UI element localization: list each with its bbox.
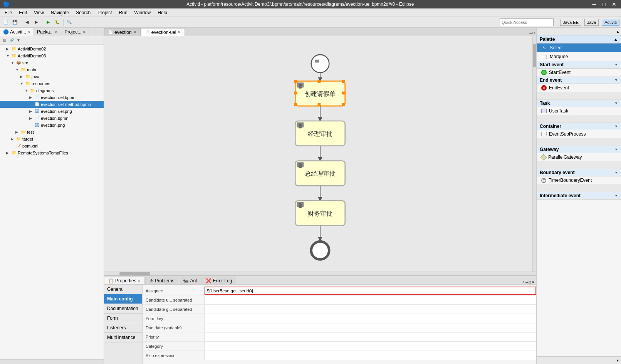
tree-item-selected[interactable]: 📄 evection-uel-method.bpmn	[0, 101, 104, 108]
diagram-vscrollbar[interactable]	[532, 36, 536, 275]
tree-item[interactable]: 📝 pom.xml	[0, 143, 104, 149]
props-value-assignee[interactable]	[204, 287, 536, 295]
view-menu-icon[interactable]: ▼	[15, 37, 22, 44]
close-button[interactable]: ✕	[610, 1, 618, 7]
category-input[interactable]	[205, 342, 536, 351]
palette-section-gateway[interactable]: Gateway ▼	[537, 146, 621, 153]
open-editor-button[interactable]: ↗	[522, 280, 525, 284]
tree-item[interactable]: ▼ 📁 ActivitiDemo03	[0, 52, 104, 59]
props-value-category[interactable]	[204, 342, 536, 351]
maximize-editor-button[interactable]: □	[533, 31, 535, 35]
palette-item-select[interactable]: ↖ Select	[537, 44, 621, 52]
menu-edit[interactable]: Edit	[16, 9, 30, 16]
props-value-candidate-g[interactable]	[204, 305, 536, 314]
editor-tab-evection-uel[interactable]: 📄 evection-uel ✕	[141, 28, 185, 36]
menu-window[interactable]: Window	[131, 9, 154, 16]
editor-tab-evection-close[interactable]: ✕	[133, 30, 136, 34]
diagram-canvas[interactable]: 创建请假单 经理审批 总经理审批 财务审批	[104, 36, 536, 275]
left-tab-package-close[interactable]: ✕	[55, 30, 58, 34]
tree-item[interactable]: ▼ 📁 resources	[0, 80, 104, 87]
menu-help[interactable]: Help	[154, 9, 170, 16]
palette-section-start-event[interactable]: Start event ▼	[537, 61, 621, 69]
tree-item[interactable]: ▶ 📁 target	[0, 136, 104, 143]
props-tab-general[interactable]: General	[104, 285, 142, 294]
perspective-activiti[interactable]: Activiti	[602, 19, 619, 26]
palette-item-parallelgateway[interactable]: ParallelGateway	[537, 153, 621, 161]
bottom-tab-properties[interactable]: 📋 Properties ✕	[104, 277, 145, 284]
tree-item[interactable]: ▼ 📦 src	[0, 59, 104, 66]
props-value-form-key[interactable]	[204, 314, 536, 323]
menu-search[interactable]: Search	[73, 9, 94, 16]
menu-project[interactable]: Project	[94, 9, 115, 16]
assignee-input[interactable]	[205, 287, 536, 295]
toolbar-new[interactable]: 📄	[2, 18, 10, 27]
minimize-bottom-button[interactable]: ─	[525, 280, 528, 284]
menu-view[interactable]: View	[31, 9, 47, 16]
tree-item[interactable]: ▼ 📁 main	[0, 66, 104, 73]
palette-section-task[interactable]: Task ▼	[537, 100, 621, 107]
props-tab-documentation[interactable]: Documentation	[104, 304, 142, 314]
palette-collapse-icon[interactable]: ▲	[614, 37, 618, 42]
palette-section-intermediate-event[interactable]: Intermediate event ▼	[537, 192, 621, 200]
skip-expression-input[interactable]	[205, 351, 536, 360]
menu-navigate[interactable]: Navigate	[48, 9, 72, 16]
palette-scroll-up[interactable]: ▲	[616, 30, 619, 34]
perspective-java[interactable]: Java	[584, 19, 599, 26]
minimize-button[interactable]: ─	[591, 1, 598, 7]
tree-item[interactable]: ▶ 📄 evection-uel.bpmn	[0, 94, 104, 101]
tree-item[interactable]: ▶ 📁 test	[0, 129, 104, 136]
tree-item[interactable]: 🖼 evection.png	[0, 122, 104, 129]
props-tab-mainconfig[interactable]: Main config	[104, 294, 142, 304]
toolbar-debug[interactable]: 🐛	[53, 18, 62, 27]
bottom-tab-problems[interactable]: ⚠ Problems	[145, 277, 179, 284]
tree-item[interactable]: ▶ 📁 RemoteSystemsTempFiles	[0, 149, 104, 156]
palette-item-eventsubprocess[interactable]: EventSubProcess	[537, 130, 621, 138]
palette-item-start-event[interactable]: StartEvent	[537, 69, 621, 77]
palette-item-marquee[interactable]: ⬚ Marquee	[537, 52, 621, 61]
menu-run[interactable]: Run	[116, 9, 131, 16]
tree-item[interactable]: ▶ 🖼 evection-uel.png	[0, 108, 104, 115]
link-editor-icon[interactable]: 🔗	[8, 37, 15, 44]
collapse-all-icon[interactable]: ⊟	[2, 37, 8, 44]
quick-access-input[interactable]	[500, 18, 554, 26]
props-value-candidate-u[interactable]	[204, 296, 536, 304]
bottom-tab-errorlog[interactable]: ❌ Error Log	[201, 277, 236, 284]
left-tab-package[interactable]: Packa... ✕	[34, 28, 61, 36]
palette-scroll-down[interactable]: ▼	[616, 359, 619, 362]
perspective-java-ee[interactable]: Java EE	[560, 19, 581, 26]
props-tab-multiinstance[interactable]: Multi instance	[104, 333, 142, 342]
props-tab-form[interactable]: Form	[104, 314, 142, 323]
close-bottom-button[interactable]: ✕	[532, 280, 535, 284]
palette-item-usertask[interactable]: UserTask	[537, 107, 621, 115]
props-value-priority[interactable]	[204, 333, 536, 341]
palette-item-end-event[interactable]: EndEvent	[537, 84, 621, 92]
priority-input[interactable]	[205, 333, 536, 341]
editor-tab-evection[interactable]: 📄 evection ✕	[104, 28, 141, 36]
tree-item[interactable]: ▶ 📄 evection.bpmn	[0, 115, 104, 122]
palette-section-container[interactable]: Container ▼	[537, 123, 621, 130]
menu-file[interactable]: File	[2, 9, 15, 16]
bottom-tab-ant[interactable]: 🐜 Ant	[179, 277, 201, 284]
palette-section-end-event[interactable]: End event ▼	[537, 77, 621, 84]
toolbar-search[interactable]: 🔍	[65, 18, 74, 27]
toolbar-back[interactable]: ◀	[23, 18, 31, 27]
toolbar-save[interactable]: 💾	[11, 18, 19, 27]
due-date-input[interactable]	[205, 324, 536, 332]
left-tab-activiti[interactable]: 🔵 Activit... ✕	[0, 28, 34, 36]
palette-section-boundary-event[interactable]: Boundary event ▼	[537, 169, 621, 176]
candidate-groups-input[interactable]	[205, 305, 536, 314]
palette-item-timerboundary[interactable]: ⏱ TimerBoundaryEvent	[537, 176, 621, 185]
tree-item[interactable]: ▶ 📁 ActivitiDemo02	[0, 45, 104, 52]
candidate-users-input[interactable]	[205, 296, 536, 304]
tree-item[interactable]: ▶ 📁 java	[0, 73, 104, 80]
toolbar-run[interactable]: ▶	[44, 18, 52, 27]
left-tab-activiti-close[interactable]: ✕	[27, 30, 30, 34]
left-tab-project[interactable]: Projec... ✕	[61, 28, 89, 36]
form-key-input[interactable]	[205, 314, 536, 323]
props-tab-listeners[interactable]: Listeners	[104, 323, 142, 333]
diagram-hscrollbar[interactable]	[104, 272, 536, 275]
props-value-skip-expression[interactable]	[204, 351, 536, 360]
minimize-editor-button[interactable]: ─	[529, 31, 532, 35]
maximize-button[interactable]: □	[601, 1, 607, 7]
tree-item[interactable]: ▼ 📁 diagrams	[0, 87, 104, 94]
